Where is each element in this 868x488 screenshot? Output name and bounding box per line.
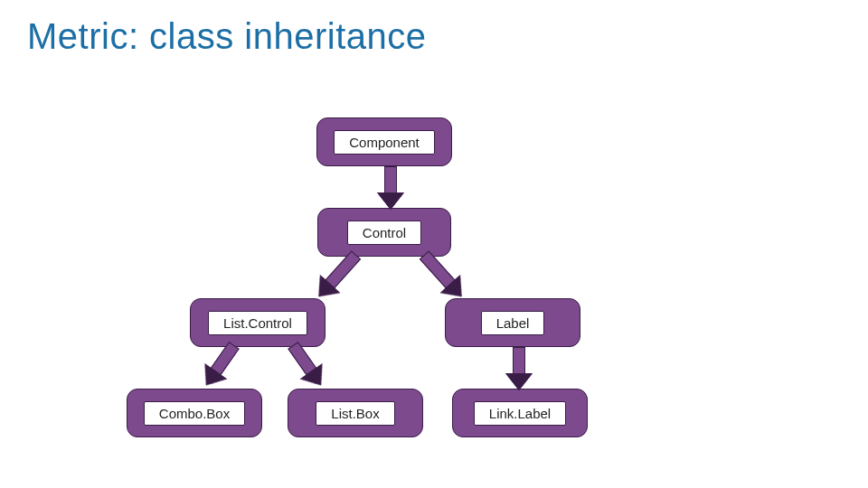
node-linklabel-label: Link.Label (474, 401, 566, 426)
node-listbox-label: List.Box (316, 401, 394, 426)
node-component: Component (316, 117, 452, 166)
slide-title: Metric: class inheritance (27, 16, 427, 57)
arrow-icon (378, 166, 403, 210)
node-combobox: Combo.Box (127, 389, 262, 437)
node-component-label: Component (334, 130, 435, 155)
node-listcontrol-label: List.Control (208, 311, 307, 335)
node-label: Label (445, 298, 580, 347)
node-control-label: Control (347, 221, 421, 245)
node-label-label: Label (481, 311, 545, 335)
arrow-icon (309, 247, 365, 305)
node-listbox: List.Box (288, 389, 423, 437)
arrow-icon (283, 338, 332, 392)
node-combobox-label: Combo.Box (144, 401, 245, 426)
arrow-icon (506, 347, 532, 390)
node-linklabel: Link.Label (452, 389, 588, 437)
